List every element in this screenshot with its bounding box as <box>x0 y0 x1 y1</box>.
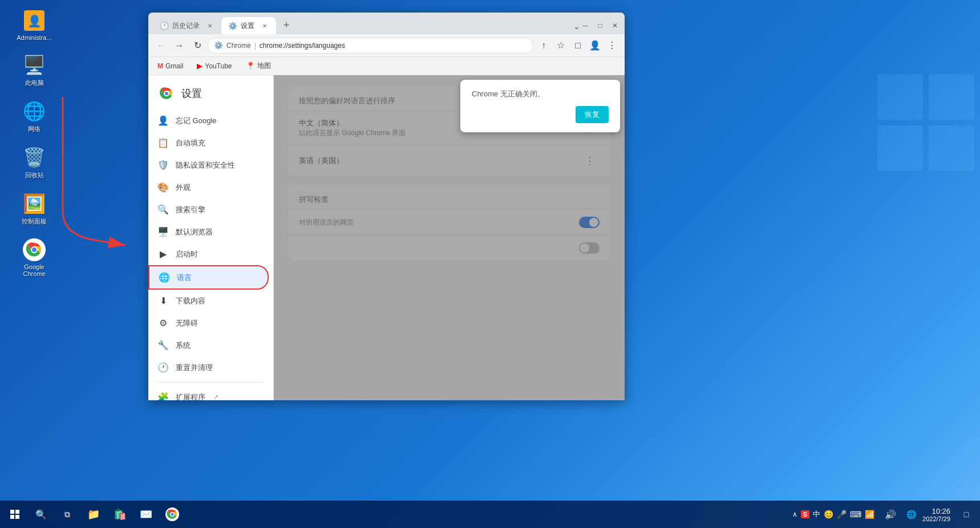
tab-list-dropdown[interactable]: ⌄ <box>573 22 580 34</box>
chrome-desktop-icon <box>23 238 46 261</box>
emoji-icon[interactable]: 😊 <box>824 510 833 519</box>
bookmark-maps[interactable]: 📍 地图 <box>241 60 276 72</box>
sougou-input-icon[interactable]: S <box>801 510 809 518</box>
sidebar-item-accessibility[interactable]: ⚙ 无障碍 <box>148 312 269 334</box>
maps-icon: 📍 <box>246 62 255 70</box>
sidebar-item-language[interactable]: 🌐 语言 <box>148 265 269 290</box>
taskbar-chrome-button[interactable] <box>160 502 185 527</box>
sidebar-item-system[interactable]: 🔧 系统 <box>148 334 269 356</box>
share-button[interactable]: ↑ <box>536 38 552 54</box>
desktop-icon-computer[interactable]: 🖥️ 此电脑 <box>19 50 49 91</box>
network-tray-icon[interactable]: 📶 <box>865 510 874 519</box>
downloads-nav-label: 下载内容 <box>176 296 205 306</box>
taskbar-mail-button[interactable]: ✉️ <box>133 502 159 527</box>
appearance-nav-icon: 🎨 <box>157 182 169 193</box>
window-controls: ─ □ ✕ <box>580 21 620 34</box>
desktop-icon-admin[interactable]: 👤 Administra... <box>13 6 55 44</box>
browser-nav-label: 默认浏览器 <box>176 227 213 237</box>
sidebar-divider <box>157 382 264 383</box>
startup-nav-icon: ▶ <box>157 249 169 259</box>
back-button[interactable]: ← <box>153 38 169 54</box>
sidebar-item-google[interactable]: 👤 忘记 Google <box>148 109 269 132</box>
taskbar-left: 🔍 ⧉ 📁 🛍️ ✉️ <box>0 502 187 527</box>
restore-button[interactable]: 恢复 <box>576 106 609 123</box>
menu-button[interactable]: ⋮ <box>604 38 620 54</box>
title-bar: 🕐 历史记录 ✕ ⚙️ 设置 ✕ + ⌄ ─ □ ✕ <box>148 13 625 34</box>
svg-rect-1 <box>929 74 974 120</box>
bookmarks-bar: M Gmail ▶ YouTube 📍 地图 <box>148 57 625 75</box>
svg-rect-3 <box>929 125 974 171</box>
startup-nav-label: 启动时 <box>176 249 198 259</box>
network-icon: 🌐 <box>23 100 46 123</box>
address-bar[interactable]: ⚙️ Chrome | chrome://settings/languages <box>208 38 533 54</box>
tab-settings[interactable]: ⚙️ 设置 ✕ <box>221 17 276 34</box>
desktop-icon-recycle[interactable]: 🗑️ 回收站 <box>19 143 49 183</box>
network-icon[interactable]: 🌐 <box>902 505 920 523</box>
desktop-icon-network[interactable]: 🌐 网络 <box>19 96 49 137</box>
microphone-icon[interactable]: 🎤 <box>837 510 847 519</box>
chrome-desktop-label: GoogleChrome <box>23 263 45 277</box>
taskbar-taskview-button[interactable]: ⧉ <box>55 502 80 527</box>
network-label: 网络 <box>28 125 41 133</box>
svg-rect-0 <box>877 74 923 120</box>
system-nav-label: 系统 <box>176 340 191 351</box>
reload-button[interactable]: ↻ <box>189 38 205 54</box>
sidebar-item-startup[interactable]: ▶ 启动时 <box>148 243 269 265</box>
desktop-icon-chrome[interactable]: GoogleChrome <box>19 235 49 281</box>
taskbar-store-button[interactable]: 🛍️ <box>107 502 132 527</box>
sidebar-item-extensions[interactable]: 🧩 扩展程序 ↗ <box>148 386 269 400</box>
accessibility-nav-icon: ⚙ <box>157 318 169 328</box>
system-nav-icon: 🔧 <box>157 340 169 351</box>
keyboard-icon[interactable]: ⌨ <box>850 510 861 519</box>
recycle-icon: 🗑️ <box>23 146 46 169</box>
sidebar-item-reset[interactable]: 🕐 重置并清理 <box>148 356 269 379</box>
taskbar-fileexplorer-button[interactable]: 📁 <box>81 502 106 527</box>
tab-history[interactable]: 🕐 历史记录 ✕ <box>153 17 221 34</box>
settings-content-area: 按照您的偏好对语言进行排序 中文（简体） 以此语言显示 Google Chrom… <box>274 75 625 400</box>
taskbar-search-button[interactable]: 🔍 <box>29 502 54 527</box>
extensions-button[interactable]: □ <box>570 38 586 54</box>
desktop-icon-control[interactable]: 🖼️ 控制面板 <box>18 189 50 229</box>
tabs-area: 🕐 历史记录 ✕ ⚙️ 设置 ✕ + <box>153 17 573 34</box>
address-url: chrome://settings/languages <box>260 42 527 50</box>
history-tab-close[interactable]: ✕ <box>205 21 214 30</box>
restore-button[interactable]: □ <box>595 21 605 31</box>
taskbar-date-display: 2022/7/29 <box>922 515 950 522</box>
new-tab-button[interactable]: + <box>278 17 294 33</box>
show-hidden-icons[interactable]: ∧ <box>792 510 797 518</box>
bookmark-gmail[interactable]: M Gmail <box>153 61 188 71</box>
volume-icon[interactable]: 🔊 <box>881 505 900 523</box>
history-tab-label: 历史记录 <box>172 21 200 31</box>
start-button[interactable] <box>2 502 27 527</box>
gmail-label: Gmail <box>165 62 183 70</box>
language-nav-label: 语言 <box>177 273 192 283</box>
sidebar-item-downloads[interactable]: ⬇ 下载内容 <box>148 290 269 312</box>
forward-button[interactable]: → <box>171 38 187 54</box>
toolbar: ← → ↻ ⚙️ Chrome | chrome://settings/lang… <box>148 34 625 57</box>
sidebar-item-appearance[interactable]: 🎨 外观 <box>148 176 269 198</box>
settings-tab-close[interactable]: ✕ <box>260 21 269 30</box>
chinese-input-icon[interactable]: 中 <box>813 509 820 519</box>
taskbar-clock[interactable]: 10:26 2022/7/29 <box>922 507 955 522</box>
main-content: 设置 👤 忘记 Google 📋 自动填充 🛡️ 隐私设置和安全性 🎨 <box>148 75 625 400</box>
close-button[interactable]: ✕ <box>610 21 620 31</box>
sidebar-item-search[interactable]: 🔍 搜索引擎 <box>148 198 269 221</box>
search-nav-label: 搜索引擎 <box>176 205 205 215</box>
minimize-button[interactable]: ─ <box>580 21 590 31</box>
sidebar-item-autofill[interactable]: 📋 自动填充 <box>148 132 269 154</box>
svg-rect-2 <box>877 125 923 171</box>
sidebar-item-browser[interactable]: 🖥️ 默认浏览器 <box>148 221 269 243</box>
action-center-button[interactable]: □ <box>957 505 975 523</box>
settings-sidebar: 设置 👤 忘记 Google 📋 自动填充 🛡️ 隐私设置和安全性 🎨 <box>148 75 274 400</box>
sidebar-item-privacy[interactable]: 🛡️ 隐私设置和安全性 <box>148 154 269 176</box>
history-tab-icon: 🕐 <box>160 22 169 30</box>
search-nav-icon: 🔍 <box>157 204 169 215</box>
maps-label: 地图 <box>257 61 271 71</box>
bookmark-youtube[interactable]: ▶ YouTube <box>192 60 236 71</box>
windows-logo-icon <box>10 510 19 519</box>
youtube-label: YouTube <box>205 62 232 70</box>
google-nav-icon: 👤 <box>157 115 169 126</box>
profile-button[interactable]: 👤 <box>587 38 603 54</box>
bookmark-button[interactable]: ☆ <box>553 38 569 54</box>
extensions-nav-icon: 🧩 <box>157 392 169 400</box>
